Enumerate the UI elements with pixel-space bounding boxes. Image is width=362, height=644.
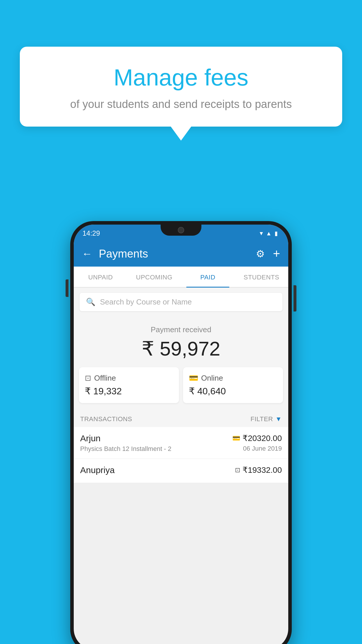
online-card: 💳 Online ₹ 40,640 (183, 367, 283, 403)
search-container: 🔍 Search by Course or Name (74, 288, 288, 316)
search-icon: 🔍 (86, 298, 95, 307)
offline-payment-icon: ⊡ (85, 374, 91, 383)
transaction-name: Anupriya (80, 465, 235, 475)
phone-screen: 14:29 ▾ ▲ ▮ ← Payments ⚙ + UNPAID UPCOMI… (74, 225, 288, 644)
status-time: 14:29 (82, 229, 100, 237)
transaction-row[interactable]: Arjun Physics Batch 12 Installment - 2 💳… (74, 427, 288, 459)
transaction-desc: Physics Batch 12 Installment - 2 (80, 445, 232, 453)
transaction-row[interactable]: Anupriya ⊡ ₹19332.00 (74, 459, 288, 483)
signal-icon: ▲ (266, 230, 272, 237)
app-header: ← Payments ⚙ + (74, 241, 288, 267)
payment-received-section: Payment received ₹ 59,972 (74, 316, 288, 367)
online-amount: ₹ 40,640 (189, 386, 277, 397)
filter-button[interactable]: FILTER ▼ (251, 415, 282, 423)
transaction-name: Arjun (80, 433, 232, 443)
transaction-date: 06 June 2019 (243, 445, 282, 452)
filter-icon: ▼ (275, 415, 282, 423)
transactions-header: TRANSACTIONS FILTER ▼ (74, 410, 288, 427)
header-actions: ⚙ + (256, 247, 280, 261)
tab-upcoming[interactable]: UPCOMING (127, 267, 181, 287)
amount-row: ⊡ ₹19332.00 (235, 465, 282, 475)
battery-icon: ▮ (275, 230, 278, 237)
search-placeholder: Search by Course or Name (100, 298, 192, 307)
page-title: Payments (99, 248, 256, 260)
transaction-amount: ₹20320.00 (242, 433, 282, 443)
settings-icon[interactable]: ⚙ (256, 248, 265, 260)
tab-students[interactable]: STUDENTS (235, 267, 288, 287)
filter-label: FILTER (251, 415, 273, 423)
add-icon[interactable]: + (273, 247, 280, 261)
offline-card: ⊡ Offline ₹ 19,332 (79, 367, 179, 403)
amount-row: 💳 ₹20320.00 (232, 433, 282, 443)
offline-label: Offline (94, 374, 116, 383)
offline-card-header: ⊡ Offline (85, 374, 173, 383)
power-button (294, 285, 296, 312)
transaction-amount-info: 💳 ₹20320.00 06 June 2019 (232, 433, 282, 452)
phone-frame: 14:29 ▾ ▲ ▮ ← Payments ⚙ + UNPAID UPCOMI… (70, 221, 292, 644)
offline-amount: ₹ 19,332 (85, 386, 173, 397)
wifi-icon: ▾ (260, 230, 263, 237)
tab-unpaid[interactable]: UNPAID (74, 267, 127, 287)
transaction-info: Anupriya (80, 465, 235, 477)
payment-cards: ⊡ Offline ₹ 19,332 💳 Online ₹ 40,640 (74, 367, 288, 410)
transactions-label: TRANSACTIONS (80, 415, 132, 423)
tooltip-subtitle: of your students and send receipts to pa… (34, 98, 328, 111)
tooltip-title: Manage fees (34, 64, 328, 91)
payment-total-amount: ₹ 59,972 (74, 337, 288, 360)
transactions-list: Arjun Physics Batch 12 Installment - 2 💳… (74, 427, 288, 483)
transaction-info: Arjun Physics Batch 12 Installment - 2 (80, 433, 232, 453)
volume-button (66, 279, 68, 297)
tabs-bar: UNPAID UPCOMING PAID STUDENTS (74, 267, 288, 288)
back-button[interactable]: ← (82, 248, 92, 260)
tooltip-card: Manage fees of your students and send re… (20, 47, 342, 127)
status-icons: ▾ ▲ ▮ (260, 230, 278, 237)
online-label: Online (201, 374, 223, 383)
offline-mode-icon: ⊡ (235, 466, 240, 474)
front-camera (178, 227, 184, 233)
transaction-amount-info: ⊡ ₹19332.00 (235, 465, 282, 475)
payment-received-label: Payment received (74, 325, 288, 334)
online-card-header: 💳 Online (189, 374, 277, 383)
search-bar[interactable]: 🔍 Search by Course or Name (80, 293, 282, 311)
online-payment-icon: 💳 (189, 374, 198, 383)
tab-paid[interactable]: PAID (181, 267, 235, 287)
phone-notch (161, 225, 201, 236)
online-mode-icon: 💳 (232, 435, 240, 442)
transaction-amount: ₹19332.00 (242, 465, 282, 475)
